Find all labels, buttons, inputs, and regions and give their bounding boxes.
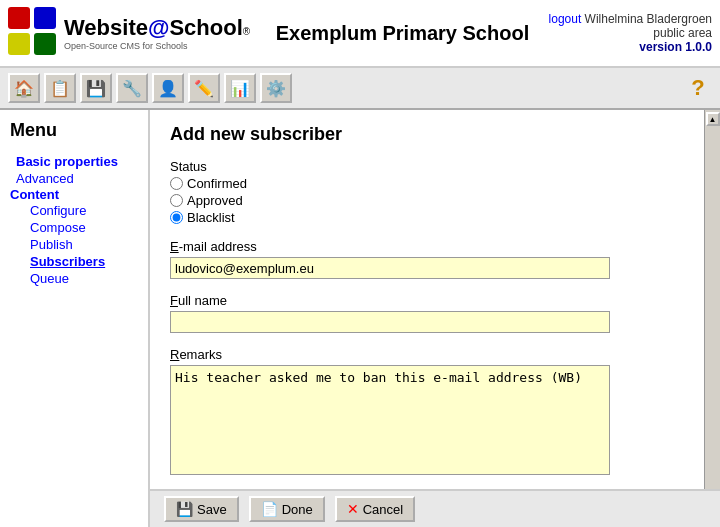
toolbar-module-btn[interactable]: 🔧 [116, 73, 148, 103]
status-blacklist-label: Blacklist [187, 210, 235, 225]
cancel-icon: ✕ [347, 501, 359, 517]
status-label: Status [170, 159, 207, 174]
version-text: version 1.0.0 [639, 40, 712, 54]
status-approved-row: Approved [170, 193, 684, 208]
fullname-section: Full name [170, 293, 684, 333]
email-section: E-mail address [170, 239, 684, 279]
scrollbar[interactable]: ▲ ▼ [704, 110, 720, 527]
status-section: Status Confirmed Approved Blacklist [170, 159, 684, 225]
help-button[interactable]: ? [684, 74, 712, 102]
logo-registered: ® [243, 26, 250, 37]
logo: Website @ School ® Open-Source CMS for S… [8, 7, 273, 59]
sidebar-item-subscribers[interactable]: Subscribers [10, 253, 138, 270]
header: Website @ School ® Open-Source CMS for S… [0, 0, 720, 68]
cancel-label: Cancel [363, 502, 403, 517]
logo-area: Website @ School ® Open-Source CMS for S… [8, 7, 273, 59]
logo-at: @ [148, 15, 169, 41]
status-approved-label: Approved [187, 193, 243, 208]
area-text: public area [653, 26, 712, 40]
username-text: Wilhelmina Bladergroen [585, 12, 712, 26]
toolbar: 🏠 📋 💾 🔧 👤 ✏️ 📊 ⚙️ ? [0, 68, 720, 110]
content-area: Add new subscriber Status Confirmed Appr… [150, 110, 704, 527]
toolbar-save-btn[interactable]: 💾 [80, 73, 112, 103]
logo-website: Website [64, 15, 148, 41]
status-confirmed-row: Confirmed [170, 176, 684, 191]
sidebar-item-compose[interactable]: Compose [10, 219, 138, 236]
sidebar-item-configure[interactable]: Configure [10, 202, 138, 219]
toolbar-settings-btn[interactable]: ⚙️ [260, 73, 292, 103]
logout-link[interactable]: logout [549, 12, 582, 26]
sidebar-item-basic-properties[interactable]: Basic properties [10, 153, 138, 170]
main-layout: Menu Basic properties Advanced Content C… [0, 110, 720, 527]
logo-school: School [169, 15, 242, 41]
remarks-section: Remarks His teacher asked me to ban this… [170, 347, 684, 478]
toolbar-edit-btn[interactable]: ✏️ [188, 73, 220, 103]
user-info: logout Wilhelmina Bladergroen public are… [532, 12, 712, 54]
email-input[interactable] [170, 257, 610, 279]
toolbar-page-btn[interactable]: 📋 [44, 73, 76, 103]
logo-puzzle-icon [8, 7, 60, 59]
toolbar-user-btn[interactable]: 👤 [152, 73, 184, 103]
cancel-button[interactable]: ✕ Cancel [335, 496, 415, 522]
status-blacklist-radio[interactable] [170, 211, 183, 224]
scroll-up-btn[interactable]: ▲ [706, 112, 720, 126]
logo-subtitle: Open-Source CMS for Schools [64, 41, 250, 51]
toolbar-chart-btn[interactable]: 📊 [224, 73, 256, 103]
save-label: Save [197, 502, 227, 517]
puzzle-red [8, 7, 30, 29]
puzzle-green [34, 33, 56, 55]
footer-buttons: 💾 Save 📄 Done ✕ Cancel [150, 489, 720, 527]
logo-text: Website @ School ® Open-Source CMS for S… [64, 15, 250, 51]
remarks-input[interactable]: His teacher asked me to ban this e-mail … [170, 365, 610, 475]
status-blacklist-row: Blacklist [170, 210, 684, 225]
status-confirmed-radio[interactable] [170, 177, 183, 190]
sidebar: Menu Basic properties Advanced Content C… [0, 110, 150, 527]
save-icon: 💾 [176, 501, 193, 517]
email-label: E-mail address [170, 239, 684, 254]
done-label: Done [282, 502, 313, 517]
fullname-label: Full name [170, 293, 684, 308]
save-button[interactable]: 💾 Save [164, 496, 239, 522]
fullname-input[interactable] [170, 311, 610, 333]
puzzle-blue [34, 7, 56, 29]
menu-title: Menu [10, 120, 138, 141]
page-title: Add new subscriber [170, 124, 684, 145]
toolbar-home-btn[interactable]: 🏠 [8, 73, 40, 103]
sidebar-item-content[interactable]: Content [10, 187, 59, 202]
site-title: Exemplum Primary School [273, 20, 532, 46]
remarks-label: Remarks [170, 347, 684, 362]
done-icon: 📄 [261, 501, 278, 517]
sidebar-item-advanced[interactable]: Advanced [10, 170, 138, 187]
done-button[interactable]: 📄 Done [249, 496, 325, 522]
puzzle-yellow [8, 33, 30, 55]
status-approved-radio[interactable] [170, 194, 183, 207]
status-confirmed-label: Confirmed [187, 176, 247, 191]
sidebar-item-queue[interactable]: Queue [10, 270, 138, 287]
sidebar-item-publish[interactable]: Publish [10, 236, 138, 253]
